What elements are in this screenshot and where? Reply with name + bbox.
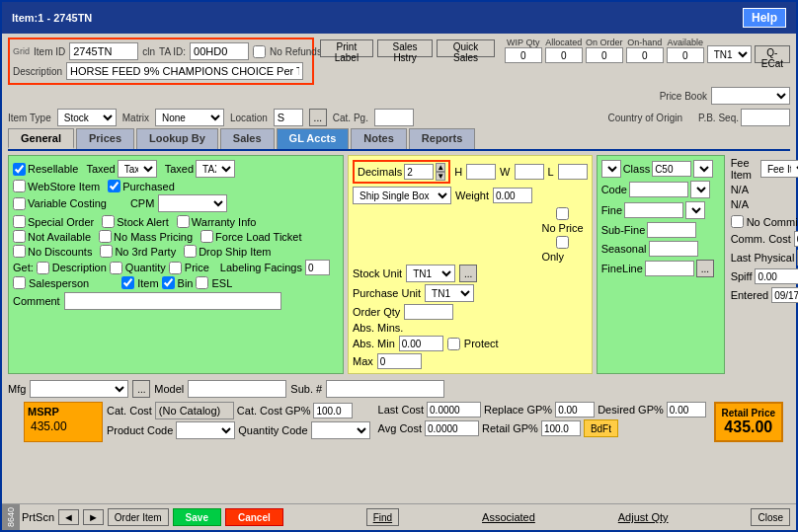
l-input[interactable] [558, 164, 588, 180]
only-checkbox[interactable] [541, 236, 583, 249]
special-order-checkbox[interactable] [13, 215, 26, 228]
item-chk[interactable] [121, 276, 134, 289]
ta-id-input[interactable] [190, 42, 249, 60]
help-button[interactable]: Help [743, 8, 786, 28]
force-load-checkbox[interactable] [200, 230, 213, 243]
purchase-unit-select[interactable]: TN1 [425, 284, 474, 302]
desc-chk[interactable] [37, 262, 49, 274]
code-select[interactable] [690, 181, 710, 198]
cat-cost-input[interactable] [155, 402, 234, 419]
price-chk[interactable] [169, 262, 182, 274]
avg-cost-input[interactable] [425, 420, 479, 436]
mfg-btn[interactable]: ... [132, 380, 150, 398]
cat-pg-input[interactable] [374, 109, 414, 126]
seasonal-input[interactable] [649, 241, 698, 257]
no-refunds-checkbox[interactable] [253, 45, 266, 58]
decimals-up[interactable]: ▲ [436, 163, 445, 172]
qecat-button[interactable]: Q-ECat [755, 45, 790, 63]
cpm-select[interactable] [158, 194, 227, 212]
mfg-select[interactable] [30, 380, 128, 398]
no-commission-checkbox[interactable] [731, 215, 744, 228]
matrix-select[interactable]: None [155, 109, 224, 126]
stock-unit-select[interactable]: TN1 [406, 265, 455, 282]
decimals-down[interactable]: ▼ [436, 172, 445, 181]
find-button[interactable]: Find [366, 508, 399, 526]
quantity-code-select[interactable] [311, 421, 370, 439]
last-cost-input[interactable] [427, 402, 481, 418]
order-qty-input[interactable] [404, 304, 453, 320]
no-3rd-party-checkbox[interactable] [100, 245, 113, 258]
on-order-input[interactable] [586, 47, 623, 63]
class-select[interactable] [693, 160, 713, 178]
save-button[interactable]: Save [173, 508, 221, 526]
cancel-button[interactable]: Cancel [225, 508, 283, 526]
no-price-checkbox[interactable] [541, 207, 583, 220]
fineline-btn[interactable]: ... [696, 260, 714, 277]
spiff-input[interactable] [755, 268, 798, 284]
cat-cost-gp-input[interactable] [313, 403, 353, 418]
allocated-input[interactable] [545, 47, 583, 63]
print-label-button[interactable]: Print Label [320, 39, 373, 57]
item-type-select[interactable]: Stock [57, 109, 117, 126]
purchased-checkbox[interactable] [108, 180, 120, 192]
decimals-input[interactable] [404, 164, 434, 180]
tab-gl-accts[interactable]: GL Accts [277, 128, 350, 149]
bin-chk[interactable] [162, 276, 175, 289]
sales-history-button[interactable]: Sales Hstry [377, 39, 434, 57]
replace-gp-input[interactable] [555, 402, 595, 418]
wip-qty-input[interactable] [505, 47, 542, 63]
sub-no-input[interactable] [326, 380, 444, 398]
tab-sales[interactable]: Sales [220, 128, 275, 149]
taxed-select[interactable]: Taxed [118, 160, 157, 178]
facings-input[interactable] [305, 260, 330, 275]
fee-item-select[interactable]: Fee It [760, 160, 798, 178]
tab-reports[interactable]: Reports [409, 128, 476, 149]
location-btn[interactable]: ... [309, 109, 327, 126]
esl-chk[interactable] [196, 276, 208, 289]
tab-lookup-by[interactable]: Lookup By [136, 128, 218, 149]
max-input[interactable] [377, 353, 422, 369]
sub-fine-input[interactable] [647, 222, 696, 238]
adjust-qty-label[interactable]: Adjust Qty [618, 511, 669, 523]
variable-costing-checkbox[interactable] [13, 197, 26, 210]
warranty-info-checkbox[interactable] [177, 215, 190, 228]
ship-single-box-select[interactable]: Ship Single Box [353, 187, 451, 204]
entered-input[interactable] [771, 287, 798, 303]
nav-next-button[interactable]: ► [83, 509, 104, 525]
available-input[interactable] [667, 47, 704, 63]
fine-select[interactable] [685, 201, 705, 219]
tax-select[interactable]: TAX [196, 160, 235, 178]
comm-cost-input[interactable] [794, 231, 798, 247]
description-input[interactable] [66, 62, 303, 80]
product-code-select[interactable] [176, 421, 235, 439]
nav-prev-button[interactable]: ◄ [58, 509, 79, 525]
close-button[interactable]: Close [751, 508, 790, 526]
item-id-input[interactable] [69, 42, 138, 60]
associated-label[interactable]: Associated [482, 511, 535, 523]
no-mass-pricing-checkbox[interactable] [99, 230, 112, 243]
qty-chk[interactable] [110, 262, 122, 274]
weight-input[interactable] [493, 188, 532, 203]
tab-notes[interactable]: Notes [351, 128, 407, 149]
model-input[interactable] [188, 380, 286, 398]
abs-min-input[interactable] [399, 336, 443, 351]
location-input[interactable] [274, 109, 303, 126]
no-discounts-checkbox[interactable] [13, 245, 26, 258]
resellable-checkbox[interactable] [13, 163, 26, 176]
fine-input[interactable] [624, 202, 683, 218]
drop-ship-checkbox[interactable] [184, 245, 197, 258]
msrp-input[interactable] [28, 418, 97, 435]
bdft-button[interactable]: BdFt [584, 419, 618, 437]
order-item-button[interactable]: Order Item [108, 508, 169, 526]
not-available-checkbox[interactable] [13, 230, 26, 243]
class-input[interactable] [652, 161, 691, 177]
tab-prices[interactable]: Prices [76, 128, 134, 149]
price-book-select[interactable] [711, 87, 790, 105]
protect-checkbox[interactable] [447, 338, 460, 350]
fineline-input[interactable] [645, 261, 694, 276]
tab-general[interactable]: General [8, 128, 74, 149]
webstore-checkbox[interactable] [13, 180, 26, 192]
quick-sales-button[interactable]: Quick Sales [437, 39, 494, 57]
h-input[interactable] [466, 164, 496, 180]
location-select[interactable]: TN1 [707, 45, 752, 63]
